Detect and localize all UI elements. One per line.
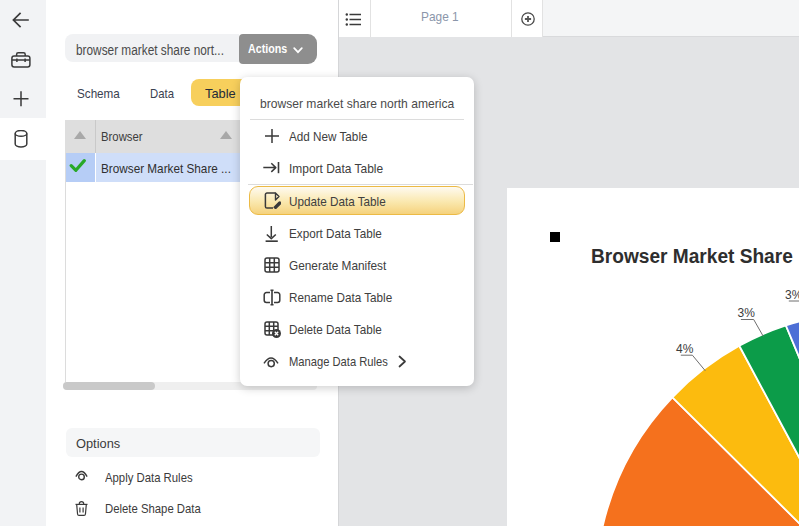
svg-text:4%: 4% <box>676 342 694 356</box>
svg-text:3%: 3% <box>738 306 756 320</box>
svg-text:3%: 3% <box>785 288 799 302</box>
